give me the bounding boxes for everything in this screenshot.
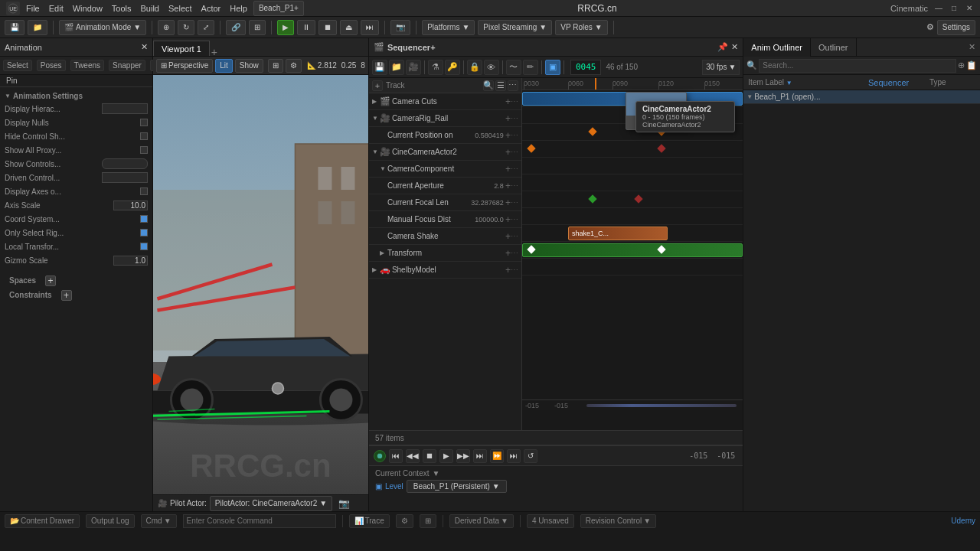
grid-button[interactable]: ⊞ — [249, 20, 266, 35]
timeline-row-camera-shake[interactable]: shake1_C... — [522, 225, 743, 242]
timeline-row-shelby-model[interactable] — [522, 259, 743, 276]
timeline-row-transform[interactable] — [522, 242, 743, 259]
play-button[interactable]: ▶ — [277, 20, 294, 35]
snap-grid-button[interactable]: ⊞ — [268, 59, 283, 73]
show-all-proxy-checkbox[interactable] — [140, 146, 148, 154]
select-tool[interactable]: Select — [3, 60, 32, 71]
track-transform[interactable]: ▶ Transform + ⋯ — [369, 245, 521, 262]
viewport-tab-1[interactable]: Viewport 1 — [153, 41, 210, 56]
viewport-canvas[interactable]: RRCG.cn 人人素材 🎥 Pilot Actor: PilotActor: … — [153, 75, 368, 511]
timeline-block-camera-cuts[interactable] — [522, 92, 743, 106]
track-current-position[interactable]: Current Position on 0.580419 + ⋯ — [369, 127, 521, 144]
menu-help[interactable]: Help — [230, 4, 247, 13]
loop-end-button[interactable]: ⏭ — [507, 449, 521, 463]
revision-control-button[interactable]: Revision Control▼ — [580, 514, 656, 528]
track-camera-component[interactable]: ▼ CameraComponent + ⋯ — [369, 161, 521, 178]
perspective-button[interactable]: ⊞ Perspective — [156, 59, 213, 73]
keyframe-3[interactable] — [527, 144, 535, 152]
derived-data-button[interactable]: Derived Data▼ — [449, 514, 514, 528]
cmd-dropdown[interactable]: Cmd▼ — [141, 514, 177, 528]
display-nulls-checkbox[interactable] — [140, 119, 148, 126]
scale-button[interactable]: ⤢ — [198, 20, 214, 35]
local-transform-checkbox[interactable] — [140, 243, 148, 250]
unsaved-button[interactable]: 4 Unsaved — [527, 514, 574, 528]
pilot-actor-select[interactable]: PilotActor: CineCameraActor2 ▼ — [210, 496, 332, 511]
outliner-search-input[interactable] — [759, 59, 956, 73]
trace-button[interactable]: 📊Trace — [349, 514, 390, 528]
lit-button[interactable]: Lit — [215, 59, 233, 73]
menu-file[interactable]: File — [26, 4, 40, 13]
timeline-row-camera-component[interactable] — [522, 158, 743, 174]
timeline-block-transform[interactable] — [522, 243, 743, 257]
seq-curve-button[interactable]: 〜 — [506, 60, 521, 75]
options-button[interactable]: ⊞ — [420, 514, 436, 528]
outliner-add-icon[interactable]: 📋 — [966, 60, 977, 70]
keyframe-1[interactable] — [588, 127, 596, 135]
gizmo-scale-input[interactable] — [113, 256, 148, 266]
seq-eye-button[interactable]: 👁 — [484, 60, 499, 75]
snapper-tool[interactable]: Snapper — [109, 60, 145, 71]
maximize-button[interactable]: □ — [949, 4, 959, 13]
animation-mode-button[interactable]: 🎬Animation Mode▼ — [59, 20, 146, 35]
timeline-block-shake[interactable]: shake1_C... — [568, 227, 668, 240]
seq-lock-button[interactable]: 🔒 — [467, 60, 482, 75]
tweens-tool[interactable]: Tweens — [70, 60, 104, 71]
pixel-streaming-button[interactable]: Pixel Streaming▼ — [478, 20, 552, 35]
keyframe-2[interactable] — [657, 127, 665, 135]
menu-select[interactable]: Select — [168, 4, 192, 13]
menu-tools[interactable]: Tools — [112, 4, 132, 13]
spaces-add-button[interactable]: + — [45, 276, 56, 286]
next-frame-button[interactable]: ▶▶ — [456, 449, 470, 463]
animation-panel-close[interactable]: ✕ — [141, 42, 148, 52]
track-camera-rig-rail[interactable]: ▼ 🎥 CameraRig_Rail + ⋯ — [369, 110, 521, 127]
menu-build[interactable]: Build — [141, 4, 159, 13]
stop-button[interactable]: ⏹ — [423, 449, 436, 463]
seq-render-button[interactable]: ▣ — [545, 60, 560, 75]
sequencer-fps[interactable]: 30 fps▼ — [702, 60, 740, 75]
axis-scale-input[interactable] — [113, 201, 148, 210]
add-track-button[interactable]: + — [372, 80, 383, 91]
play-button[interactable]: ▶ — [439, 449, 453, 463]
seq-filter-button[interactable]: ⚗ — [428, 60, 443, 75]
timeline-row-focus-dist[interactable] — [522, 208, 743, 225]
console-command-input[interactable] — [183, 514, 336, 528]
prev-key-button[interactable]: ⏮ — [389, 449, 403, 463]
settings-button[interactable]: Settings — [937, 20, 975, 35]
show-button[interactable]: Show — [235, 59, 263, 73]
platforms-button[interactable]: Platforms▼ — [422, 20, 475, 35]
vp-roles-button[interactable]: VP Roles▼ — [555, 20, 607, 35]
timeline-row-cine-camera-actor2[interactable] — [522, 141, 743, 158]
menu-edit[interactable]: Edit — [49, 4, 64, 13]
output-log-button[interactable]: Output Log — [86, 514, 134, 528]
current-context-dropdown-icon[interactable]: ▼ — [432, 469, 439, 478]
track-cine-camera-actor2[interactable]: ▼ 🎥 CineCameraActor2 + ⋯ — [369, 144, 521, 161]
snap-button[interactable]: 🔗 — [226, 20, 246, 35]
seq-camera-button[interactable]: 🎥 — [406, 60, 421, 75]
pause-button[interactable]: ⏸ — [297, 20, 315, 35]
keyframe-focal-2[interactable] — [634, 194, 642, 203]
outliner-row-beach-p1[interactable]: ▼ Beach_P1 (open)... — [743, 90, 980, 104]
camera-button[interactable]: 📷 — [390, 20, 410, 35]
stop-button[interactable]: ⏹ — [318, 20, 337, 35]
timeline-row-current-position[interactable] — [522, 124, 743, 141]
track-current-aperture[interactable]: Current Aperture 2.8 + ⋯ — [369, 178, 521, 194]
track-camera-shake[interactable]: Camera Shake + ⋯ — [369, 228, 521, 245]
minimize-button[interactable]: — — [934, 4, 943, 13]
outliner-close-icon[interactable]: ✕ — [964, 42, 980, 52]
timeline-row-aperture[interactable] — [522, 174, 743, 191]
display-axes-checkbox[interactable] — [140, 187, 148, 195]
hide-control-checkbox[interactable] — [140, 132, 148, 140]
seq-key-button[interactable]: 🔑 — [445, 60, 460, 75]
rotate-button[interactable]: ↻ — [178, 20, 194, 35]
timeline-row-camera-cuts[interactable] — [522, 90, 743, 107]
record-button[interactable]: ⏺ — [374, 450, 386, 462]
loop-toggle-button[interactable]: ↺ — [524, 449, 537, 463]
sequencer-pin-icon[interactable]: 📌 — [717, 42, 728, 52]
save-button[interactable]: 💾 — [5, 20, 24, 35]
keyframe-4[interactable] — [657, 144, 665, 152]
content-drawer-button[interactable]: 📂 Content Drawer — [5, 514, 80, 528]
coord-system-checkbox[interactable] — [140, 215, 148, 223]
seq-edit-button[interactable]: ✏ — [523, 60, 538, 75]
next-key-button[interactable]: ⏭ — [473, 449, 487, 463]
timeline-playhead[interactable] — [595, 78, 596, 90]
